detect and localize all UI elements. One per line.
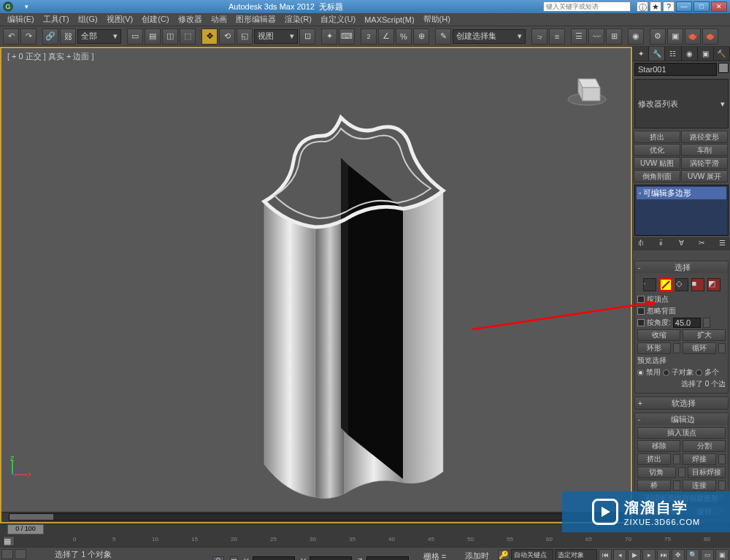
snap-2d-button[interactable]: 2	[361, 28, 377, 45]
menu-create[interactable]: 创建(C)	[137, 14, 173, 25]
viewport[interactable]: [ + 0 正交 ] 真实 + 边面 ]	[0, 47, 632, 523]
tab-modify[interactable]: 🔧	[649, 47, 665, 61]
angle-spinner-buttons[interactable]	[703, 318, 710, 328]
btn-uvwmap[interactable]: UVW 贴图	[634, 157, 680, 169]
tab-display[interactable]: ▣	[698, 47, 714, 61]
configure-sets-icon[interactable]: ☰	[717, 239, 727, 249]
timeline-ruler[interactable]: ▦ 0 5 10 15 20 25 30 35 40 45 50 55 60 6…	[0, 535, 730, 547]
snap-percent-button[interactable]: %	[396, 28, 412, 45]
align-button[interactable]: ≡	[549, 28, 565, 45]
subobj-vertex[interactable]: ·	[643, 278, 656, 291]
undo-button[interactable]: ↶	[3, 28, 19, 45]
subobj-element[interactable]: ◩	[707, 278, 721, 291]
ref-coord-dropdown[interactable]: 视图▾	[254, 29, 298, 44]
menu-views[interactable]: 视图(V)	[102, 14, 138, 25]
viewcube[interactable]	[565, 70, 609, 107]
keyboard-shortcut-button[interactable]: ⌨	[339, 28, 355, 45]
loop-step[interactable]	[718, 343, 726, 353]
remove-mod-icon[interactable]: ✂	[696, 239, 707, 249]
angle-spinner[interactable]: 45.0	[673, 318, 701, 328]
extrude-settings[interactable]	[673, 454, 680, 464]
object-name-field[interactable]: Star001	[634, 63, 717, 76]
lock-selection-button[interactable]: 🔒	[212, 556, 224, 561]
rollout-selection-header[interactable]: - 选择	[635, 261, 728, 273]
btn-split[interactable]: 分割	[683, 440, 726, 452]
curve-editor-button[interactable]: 〰	[588, 28, 604, 45]
btn-chamfer[interactable]: 切角	[637, 467, 676, 478]
btn-insert-vertex[interactable]: 插入顶点	[637, 427, 726, 439]
ring-step[interactable]	[673, 343, 680, 353]
selection-filter-dropdown[interactable]: 全部▾	[77, 29, 121, 44]
btn-target-weld[interactable]: 目标焊接	[688, 467, 726, 478]
menu-maxscript[interactable]: MAXScript(M)	[360, 15, 418, 24]
spinner-snap-button[interactable]: ⊕	[413, 28, 429, 45]
btn-connect[interactable]: 连接	[683, 480, 716, 491]
weld-settings[interactable]	[718, 454, 726, 464]
mirror-button[interactable]: ⟉	[531, 28, 548, 45]
set-key-icon[interactable]: 🔑	[498, 550, 510, 560]
play-button[interactable]: ▶	[628, 549, 641, 560]
btn-ring[interactable]: 环形	[637, 342, 671, 354]
btn-pathdeform[interactable]: 路径变形	[681, 131, 728, 143]
viewport-hscroll[interactable]	[1, 512, 631, 522]
redo-button[interactable]: ↷	[20, 28, 36, 45]
y-input[interactable]	[310, 556, 352, 561]
menu-tools[interactable]: 工具(T)	[39, 14, 74, 25]
menu-edit[interactable]: 编辑(E)	[3, 14, 39, 25]
subobj-edge[interactable]	[659, 278, 672, 291]
chamfer-settings[interactable]	[678, 467, 685, 477]
subobj-polygon[interactable]: ■	[691, 278, 704, 291]
layers-button[interactable]: ☰	[571, 28, 587, 45]
rendered-frame-button[interactable]: ▣	[667, 28, 683, 45]
snap-angle-button[interactable]: ∠	[378, 28, 394, 45]
listener-button[interactable]	[15, 549, 26, 559]
key-target-dropdown[interactable]: 选定对象	[555, 549, 597, 560]
scale-button[interactable]: ◱	[237, 28, 253, 45]
unlink-button[interactable]: ⛓	[60, 28, 76, 45]
render-button[interactable]: 🫖	[685, 28, 701, 45]
btn-bevelprofile[interactable]: 倒角剖面	[634, 170, 680, 183]
btn-grow[interactable]: 扩大	[683, 329, 726, 341]
auto-key-button[interactable]: 自动关键点	[511, 549, 553, 560]
btn-shrink[interactable]: 收缩	[637, 329, 680, 341]
show-end-icon[interactable]: ⅱ	[656, 239, 666, 249]
named-selection-dropdown[interactable]: 创建选择集▾	[453, 29, 526, 44]
named-sel-edit-button[interactable]: ✎	[435, 28, 451, 45]
modifier-list-dropdown[interactable]: 修改器列表▾	[634, 79, 729, 129]
quick-render-button[interactable]: 🫖	[702, 28, 718, 45]
x-input[interactable]	[253, 556, 295, 561]
cb-by-angle[interactable]	[637, 319, 645, 326]
goto-end-button[interactable]: ⏭	[657, 549, 670, 560]
render-setup-button[interactable]: ⚙	[650, 28, 666, 45]
btn-loop[interactable]: 循环	[683, 342, 716, 354]
cb-by-vertex[interactable]	[637, 296, 645, 303]
btn-remove[interactable]: 移除	[637, 440, 680, 452]
manipulate-button[interactable]: ✦	[321, 28, 337, 45]
prev-frame-button[interactable]: ◂	[613, 549, 626, 560]
stack-item-editable-poly[interactable]: ▫ 可编辑多边形	[637, 187, 726, 199]
btn-extrude[interactable]: 挤出	[634, 131, 680, 143]
select-name-button[interactable]: ▤	[145, 28, 161, 45]
abs-rel-button[interactable]: ⊞	[230, 556, 238, 561]
menu-group[interactable]: 组(G)	[74, 14, 102, 25]
btn-optimize[interactable]: 优化	[634, 144, 680, 156]
btn-uvwunwrap[interactable]: UVW 展开	[681, 170, 728, 183]
help-button[interactable]: ?	[663, 1, 675, 12]
subobj-border[interactable]: ◇	[675, 278, 688, 291]
modifier-stack[interactable]: ▫ 可编辑多边形	[634, 185, 729, 236]
pivot-button[interactable]: ⊡	[299, 28, 315, 45]
infocenter-button[interactable]: ⓘ	[637, 1, 648, 12]
help-star-button[interactable]: ★	[650, 1, 661, 12]
tab-motion[interactable]: ◉	[682, 47, 698, 61]
trackbar-toggle[interactable]: ▦	[3, 536, 15, 546]
add-time-tag[interactable]: 添加时间标记	[465, 551, 493, 561]
tab-create[interactable]: ✦	[633, 47, 649, 61]
nav-pan-button[interactable]: ✥	[672, 549, 685, 560]
tab-hierarchy[interactable]: ☷	[665, 47, 681, 61]
object-color-swatch[interactable]	[718, 63, 729, 73]
cb-ignore-back[interactable]	[637, 307, 645, 315]
rotate-button[interactable]: ⟲	[219, 28, 235, 45]
btn-extrude-edge[interactable]: 挤出	[637, 453, 671, 465]
close-button[interactable]: ✕	[711, 1, 727, 12]
menu-customize[interactable]: 自定义(U)	[316, 14, 360, 25]
